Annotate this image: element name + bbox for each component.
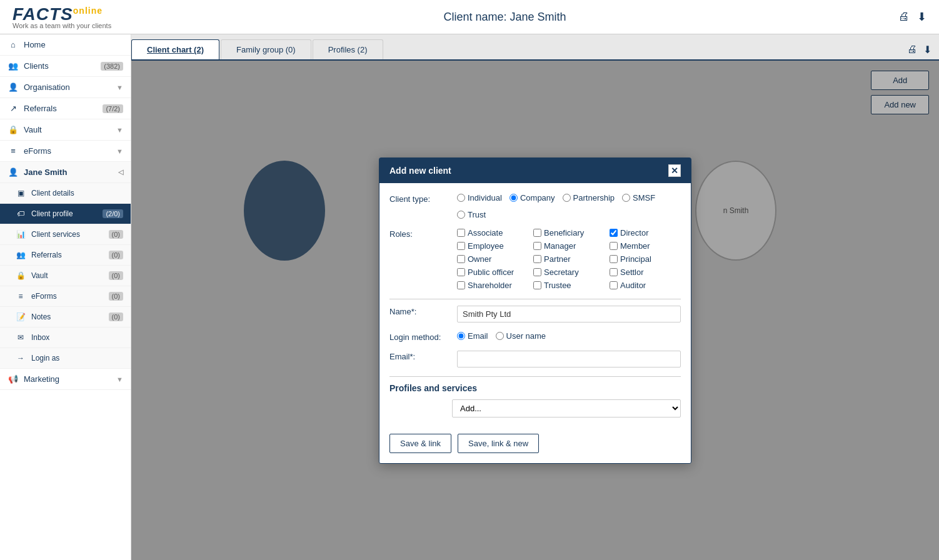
role-associate-input[interactable] [457, 229, 465, 237]
radio-email-input[interactable] [457, 332, 465, 340]
referrals-icon: ↗ [8, 104, 19, 113]
role-owner-input[interactable] [457, 255, 465, 263]
sidebar-item-vault[interactable]: 🔒 Vault ▼ [0, 119, 131, 141]
radio-partnership[interactable]: Partnership [563, 193, 615, 202]
download-tab-icon[interactable]: ⬇ [923, 44, 931, 56]
sidebar-item-client-profile[interactable]: 🏷 Client profile (2/0) [0, 204, 131, 224]
roles-row: Roles: Associate Beneficiary [389, 228, 681, 290]
role-manager-input[interactable] [533, 242, 541, 250]
roles-content: Associate Beneficiary Director [457, 228, 681, 290]
tab-client-chart[interactable]: Client chart (2) [131, 39, 219, 59]
role-trustee[interactable]: Trustee [533, 281, 605, 290]
email-input[interactable] [457, 351, 681, 368]
sidebar-item-vault-sub[interactable]: 🔒 Vault (0) [0, 266, 131, 286]
role-principal-input[interactable] [610, 255, 618, 263]
radio-company[interactable]: Company [510, 193, 555, 202]
role-public-officer[interactable]: Public officer [457, 268, 528, 277]
radio-smsf[interactable]: SMSF [622, 193, 655, 202]
role-manager[interactable]: Manager [533, 241, 605, 251]
sidebar-item-notes[interactable]: 📝 Notes (0) [0, 307, 131, 328]
role-partner[interactable]: Partner [533, 254, 605, 264]
radio-email[interactable]: Email [457, 331, 488, 341]
layout: ⌂ Home 👥 Clients (382) 👤 Organisation ▼ … [0, 34, 939, 560]
radio-username-input[interactable] [496, 332, 504, 340]
print-tab-icon[interactable]: 🖨 [907, 44, 917, 55]
role-employee-input[interactable] [457, 242, 465, 250]
role-auditor[interactable]: Auditor [610, 281, 681, 290]
sidebar-item-inbox[interactable]: ✉ Inbox [0, 328, 131, 348]
client-type-row: Client type: Individual Company [389, 193, 681, 219]
role-principal[interactable]: Principal [610, 254, 681, 264]
profiles-section-title: Profiles and services [389, 383, 681, 393]
sidebar-item-organisation[interactable]: 👤 Organisation ▼ [0, 77, 131, 98]
sidebar-item-home[interactable]: ⌂ Home [0, 34, 131, 56]
sidebar-item-label: Vault [31, 271, 104, 280]
role-auditor-input[interactable] [610, 281, 618, 289]
role-trustee-input[interactable] [533, 281, 541, 289]
sidebar-item-marketing[interactable]: 📢 Marketing ▼ [0, 369, 131, 390]
role-beneficiary-input[interactable] [533, 229, 541, 237]
add-new-client-modal: Add new client ✕ Client type: Individual [379, 158, 691, 464]
download-icon[interactable]: ⬇ [917, 10, 926, 24]
role-secretary[interactable]: Secretary [533, 268, 605, 277]
radio-smsf-input[interactable] [622, 194, 630, 202]
sidebar-item-client-details[interactable]: ▣ Client details [0, 183, 131, 204]
radio-partnership-input[interactable] [563, 194, 571, 202]
organisation-expand-icon: ▼ [116, 84, 123, 91]
radio-company-input[interactable] [510, 194, 518, 202]
radio-individual[interactable]: Individual [457, 193, 502, 202]
role-public-officer-input[interactable] [457, 268, 465, 276]
radio-trust[interactable]: Trust [457, 210, 486, 219]
save-link-new-button[interactable]: Save, link & new [458, 434, 539, 453]
sidebar-item-referrals-sub[interactable]: 👥 Referrals (0) [0, 245, 131, 266]
role-beneficiary[interactable]: Beneficiary [533, 228, 605, 238]
role-member-input[interactable] [610, 242, 618, 250]
user-icon: 👤 [8, 168, 19, 177]
modal-close-button[interactable]: ✕ [668, 164, 681, 177]
login-method-options: Email User name [457, 331, 681, 341]
content-area: Add Add new n Smith Add new client ✕ [131, 61, 939, 560]
sidebar-item-clients[interactable]: 👥 Clients (382) [0, 56, 131, 77]
sidebar-user-jane-smith[interactable]: 👤 Jane Smith ◁ [0, 162, 131, 183]
sidebar-item-client-services[interactable]: 📊 Client services (0) [0, 224, 131, 245]
role-employee[interactable]: Employee [457, 241, 528, 251]
role-settlor[interactable]: Settlor [610, 268, 681, 277]
marketing-icon: 📢 [8, 374, 19, 384]
role-partner-input[interactable] [533, 255, 541, 263]
vault-sub-badge: (0) [109, 271, 123, 280]
name-input[interactable] [457, 306, 681, 322]
sidebar-item-label: Client profile [31, 209, 98, 218]
email-content [457, 351, 681, 368]
role-shareholder[interactable]: Shareholder [457, 281, 528, 290]
save-link-button[interactable]: Save & link [389, 434, 451, 453]
sidebar-item-login-as[interactable]: → Login as [0, 348, 131, 369]
radio-individual-input[interactable] [457, 194, 465, 202]
tab-family-group[interactable]: Family group (0) [221, 39, 311, 59]
role-shareholder-input[interactable] [457, 281, 465, 289]
sidebar-item-eforms-sub[interactable]: ≡ eForms (0) [0, 286, 131, 307]
role-associate-label: Associate [468, 228, 503, 238]
role-director[interactable]: Director [610, 228, 681, 238]
role-associate[interactable]: Associate [457, 228, 528, 238]
print-icon[interactable]: 🖨 [898, 10, 910, 24]
profiles-dropdown[interactable]: Add... [452, 399, 681, 418]
role-director-input[interactable] [610, 229, 618, 237]
notes-icon: 📝 [15, 312, 26, 321]
sidebar: ⌂ Home 👥 Clients (382) 👤 Organisation ▼ … [0, 34, 131, 560]
modal-title: Add new client [389, 166, 451, 176]
role-partner-label: Partner [544, 254, 571, 264]
role-member[interactable]: Member [610, 241, 681, 251]
sidebar-item-label: Referrals [24, 104, 98, 113]
role-secretary-input[interactable] [533, 268, 541, 276]
radio-username[interactable]: User name [496, 331, 546, 341]
tab-icons: 🖨 ⬇ [900, 39, 939, 59]
organisation-icon: 👤 [8, 82, 19, 92]
role-settlor-input[interactable] [610, 268, 618, 276]
sidebar-item-label: eForms [31, 292, 104, 301]
role-owner[interactable]: Owner [457, 254, 528, 264]
tab-profiles[interactable]: Profiles (2) [313, 39, 383, 59]
sidebar-item-referrals[interactable]: ↗ Referrals (7/2) [0, 98, 131, 119]
radio-trust-input[interactable] [457, 211, 465, 219]
sidebar-item-eforms[interactable]: ≡ eForms ▼ [0, 141, 131, 162]
form-divider-2 [389, 376, 681, 377]
